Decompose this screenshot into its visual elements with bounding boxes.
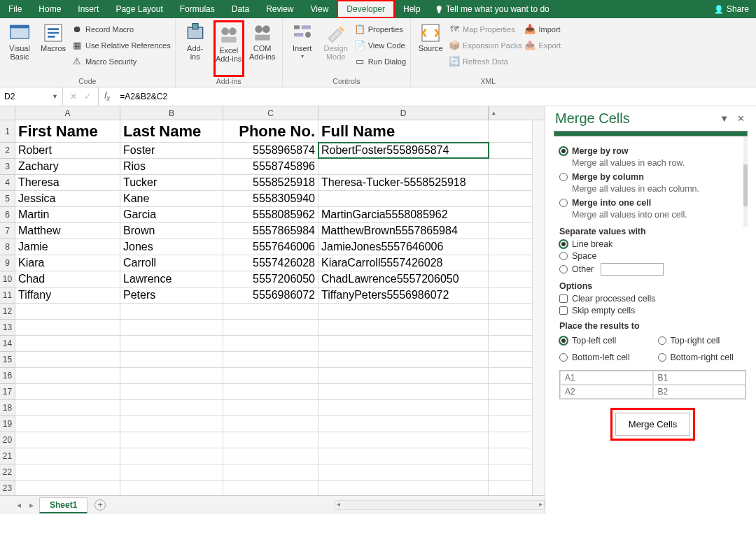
sep-line-break-option[interactable]: Line break <box>559 239 746 249</box>
visual-basic-button[interactable]: Visual Basic <box>4 20 35 77</box>
row-header[interactable]: 19 <box>0 416 15 432</box>
cell[interactable] <box>120 481 223 495</box>
cell[interactable] <box>15 336 120 351</box>
cell[interactable] <box>318 336 489 351</box>
cell[interactable]: Martin <box>15 207 120 222</box>
cell[interactable] <box>15 464 120 480</box>
cell[interactable] <box>120 448 223 464</box>
row-header[interactable]: 21 <box>0 448 15 464</box>
col-header-b[interactable]: B <box>120 106 223 120</box>
cell[interactable] <box>318 400 489 415</box>
cell[interactable] <box>223 464 318 480</box>
merge-one-cell-option[interactable]: Merge into one cell <box>559 198 746 208</box>
place-tl-option[interactable]: Top-left cell <box>559 336 648 346</box>
row-header[interactable]: 8 <box>0 239 15 255</box>
cell[interactable]: Lawrence <box>120 271 223 287</box>
header-cell-c[interactable]: Phone No. <box>223 120 318 142</box>
col-header-c[interactable]: C <box>223 106 318 120</box>
cell[interactable] <box>120 384 223 399</box>
sheet-tab-active[interactable]: Sheet1 <box>39 497 88 513</box>
cell[interactable]: 5557646006 <box>223 239 318 255</box>
cell[interactable] <box>318 416 489 432</box>
cell[interactable]: Theresa-Tucker-5558525918 <box>318 175 489 190</box>
cell[interactable] <box>120 368 223 383</box>
record-macro-button[interactable]: ⏺Record Macro <box>71 22 171 36</box>
cell[interactable] <box>15 416 120 432</box>
cell[interactable] <box>120 400 223 415</box>
cell[interactable] <box>223 304 318 319</box>
cell[interactable]: 5557426028 <box>223 255 318 271</box>
expansion-packs-button[interactable]: 📦Expansion Packs <box>449 38 522 52</box>
cell[interactable]: Brown <box>120 223 223 239</box>
cell[interactable]: 5558085962 <box>223 207 318 222</box>
fx-label[interactable]: fx <box>99 87 115 106</box>
cell[interactable] <box>120 432 223 448</box>
cell[interactable]: Jones <box>120 239 223 255</box>
row-header[interactable]: 17 <box>0 384 15 400</box>
cell[interactable] <box>318 159 489 174</box>
tab-developer[interactable]: Developer <box>337 0 395 18</box>
refresh-data-button[interactable]: 🔄Refresh Data <box>449 54 522 69</box>
tab-insert[interactable]: Insert <box>69 0 107 18</box>
cell[interactable]: Robert <box>15 143 120 158</box>
result-input-b2[interactable]: B2 <box>653 385 746 399</box>
cell[interactable]: Kiara <box>15 255 120 271</box>
cell[interactable] <box>15 352 120 367</box>
cell[interactable] <box>120 416 223 432</box>
tell-me-search[interactable]: Tell me what you want to do <box>435 4 550 14</box>
header-cell-a[interactable]: First Name <box>15 120 120 142</box>
cell[interactable]: Carroll <box>120 255 223 271</box>
use-relative-button[interactable]: ▦Use Relative References <box>71 38 171 52</box>
cell[interactable] <box>318 432 489 448</box>
sep-other-input[interactable] <box>601 263 664 276</box>
cell[interactable] <box>318 320 489 335</box>
row-header[interactable]: 3 <box>0 159 15 175</box>
place-bl-option[interactable]: Bottom-left cell <box>559 353 648 362</box>
cell[interactable]: Tucker <box>120 175 223 190</box>
cell[interactable]: 5558745896 <box>223 159 318 174</box>
horizontal-scrollbar[interactable] <box>335 500 545 510</box>
cell[interactable]: MartinGarcia5558085962 <box>318 207 489 222</box>
row-header[interactable]: 23 <box>0 481 15 495</box>
macro-security-button[interactable]: ⚠Macro Security <box>71 54 171 69</box>
cell[interactable]: 5556986072 <box>223 287 318 303</box>
row-header[interactable]: 10 <box>0 271 15 287</box>
result-input-a2[interactable]: A2 <box>560 385 653 399</box>
cell[interactable] <box>318 352 489 367</box>
cell[interactable] <box>223 481 318 495</box>
cells-grid[interactable]: First NameLast NamePhone No.Full NameRob… <box>15 120 532 495</box>
cell[interactable] <box>15 400 120 415</box>
run-dialog-button[interactable]: ▭Run Dialog <box>354 54 406 69</box>
cell[interactable]: Rios <box>120 159 223 174</box>
cell[interactable] <box>223 336 318 351</box>
cell[interactable]: Jamie <box>15 239 120 255</box>
tab-view[interactable]: View <box>302 0 337 18</box>
cancel-formula-icon[interactable]: ✕ <box>70 92 77 101</box>
formula-input[interactable]: =A2&B2&C2 <box>115 87 756 106</box>
cell[interactable] <box>318 448 489 464</box>
row-header[interactable]: 11 <box>0 287 15 304</box>
cell[interactable] <box>120 336 223 351</box>
row-header[interactable]: 4 <box>0 175 15 191</box>
cell[interactable] <box>223 384 318 399</box>
properties-button[interactable]: 📋Properties <box>354 22 406 36</box>
cell[interactable]: Tiffany <box>15 287 120 303</box>
place-br-option[interactable]: Bottom-right cell <box>658 353 747 362</box>
col-header-d[interactable]: D <box>318 106 489 120</box>
sep-other-option[interactable]: Other <box>559 263 746 276</box>
cell[interactable]: JamieJones5557646006 <box>318 239 489 255</box>
cell[interactable]: 5557865984 <box>223 223 318 239</box>
result-input-b1[interactable]: B1 <box>653 371 746 385</box>
row-header[interactable]: 20 <box>0 432 15 448</box>
tab-formulas[interactable]: Formulas <box>172 0 223 18</box>
row-header[interactable]: 14 <box>0 336 15 352</box>
row-header[interactable]: 16 <box>0 368 15 384</box>
place-tr-option[interactable]: Top-right cell <box>658 336 747 346</box>
cell[interactable] <box>318 304 489 319</box>
tab-help[interactable]: Help <box>395 0 429 18</box>
cell[interactable] <box>120 464 223 480</box>
cell[interactable] <box>15 368 120 383</box>
row-header[interactable]: 18 <box>0 400 15 416</box>
cell[interactable]: 5558525918 <box>223 175 318 190</box>
macros-button[interactable]: Macros <box>38 20 69 77</box>
